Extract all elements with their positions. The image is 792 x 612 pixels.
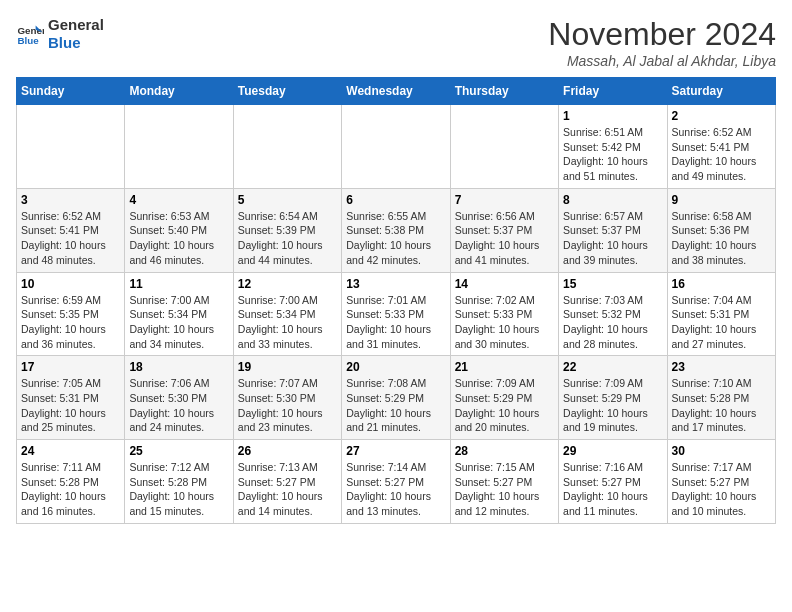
- header-friday: Friday: [559, 78, 667, 105]
- day-number: 25: [129, 444, 228, 458]
- day-number: 11: [129, 277, 228, 291]
- day-number: 15: [563, 277, 662, 291]
- calendar-cell: 26Sunrise: 7:13 AM Sunset: 5:27 PM Dayli…: [233, 440, 341, 524]
- day-info: Sunrise: 7:04 AM Sunset: 5:31 PM Dayligh…: [672, 293, 771, 352]
- calendar-cell: 1Sunrise: 6:51 AM Sunset: 5:42 PM Daylig…: [559, 105, 667, 189]
- calendar-cell: 21Sunrise: 7:09 AM Sunset: 5:29 PM Dayli…: [450, 356, 558, 440]
- day-info: Sunrise: 7:11 AM Sunset: 5:28 PM Dayligh…: [21, 460, 120, 519]
- day-number: 13: [346, 277, 445, 291]
- day-number: 30: [672, 444, 771, 458]
- calendar-cell: [233, 105, 341, 189]
- calendar-cell: 22Sunrise: 7:09 AM Sunset: 5:29 PM Dayli…: [559, 356, 667, 440]
- day-info: Sunrise: 7:17 AM Sunset: 5:27 PM Dayligh…: [672, 460, 771, 519]
- calendar-cell: 25Sunrise: 7:12 AM Sunset: 5:28 PM Dayli…: [125, 440, 233, 524]
- calendar-cell: 29Sunrise: 7:16 AM Sunset: 5:27 PM Dayli…: [559, 440, 667, 524]
- header-saturday: Saturday: [667, 78, 775, 105]
- calendar-cell: [125, 105, 233, 189]
- day-info: Sunrise: 7:03 AM Sunset: 5:32 PM Dayligh…: [563, 293, 662, 352]
- day-info: Sunrise: 7:10 AM Sunset: 5:28 PM Dayligh…: [672, 376, 771, 435]
- day-number: 27: [346, 444, 445, 458]
- day-number: 18: [129, 360, 228, 374]
- day-number: 29: [563, 444, 662, 458]
- day-info: Sunrise: 7:02 AM Sunset: 5:33 PM Dayligh…: [455, 293, 554, 352]
- calendar-cell: 4Sunrise: 6:53 AM Sunset: 5:40 PM Daylig…: [125, 188, 233, 272]
- day-info: Sunrise: 6:51 AM Sunset: 5:42 PM Dayligh…: [563, 125, 662, 184]
- calendar-cell: 24Sunrise: 7:11 AM Sunset: 5:28 PM Dayli…: [17, 440, 125, 524]
- day-info: Sunrise: 7:05 AM Sunset: 5:31 PM Dayligh…: [21, 376, 120, 435]
- calendar-cell: [342, 105, 450, 189]
- calendar-cell: 20Sunrise: 7:08 AM Sunset: 5:29 PM Dayli…: [342, 356, 450, 440]
- day-number: 8: [563, 193, 662, 207]
- day-info: Sunrise: 6:58 AM Sunset: 5:36 PM Dayligh…: [672, 209, 771, 268]
- day-number: 6: [346, 193, 445, 207]
- day-info: Sunrise: 6:52 AM Sunset: 5:41 PM Dayligh…: [672, 125, 771, 184]
- day-info: Sunrise: 7:14 AM Sunset: 5:27 PM Dayligh…: [346, 460, 445, 519]
- calendar-cell: 28Sunrise: 7:15 AM Sunset: 5:27 PM Dayli…: [450, 440, 558, 524]
- calendar-cell: 5Sunrise: 6:54 AM Sunset: 5:39 PM Daylig…: [233, 188, 341, 272]
- day-info: Sunrise: 7:07 AM Sunset: 5:30 PM Dayligh…: [238, 376, 337, 435]
- logo-blue: Blue: [48, 34, 104, 52]
- header-tuesday: Tuesday: [233, 78, 341, 105]
- calendar-cell: 12Sunrise: 7:00 AM Sunset: 5:34 PM Dayli…: [233, 272, 341, 356]
- day-info: Sunrise: 7:12 AM Sunset: 5:28 PM Dayligh…: [129, 460, 228, 519]
- day-info: Sunrise: 6:55 AM Sunset: 5:38 PM Dayligh…: [346, 209, 445, 268]
- day-info: Sunrise: 7:00 AM Sunset: 5:34 PM Dayligh…: [129, 293, 228, 352]
- calendar-cell: 15Sunrise: 7:03 AM Sunset: 5:32 PM Dayli…: [559, 272, 667, 356]
- svg-text:Blue: Blue: [17, 35, 39, 46]
- day-number: 1: [563, 109, 662, 123]
- day-number: 19: [238, 360, 337, 374]
- day-number: 4: [129, 193, 228, 207]
- calendar-cell: 27Sunrise: 7:14 AM Sunset: 5:27 PM Dayli…: [342, 440, 450, 524]
- calendar-cell: 8Sunrise: 6:57 AM Sunset: 5:37 PM Daylig…: [559, 188, 667, 272]
- header-thursday: Thursday: [450, 78, 558, 105]
- day-number: 16: [672, 277, 771, 291]
- calendar-cell: 9Sunrise: 6:58 AM Sunset: 5:36 PM Daylig…: [667, 188, 775, 272]
- day-number: 21: [455, 360, 554, 374]
- day-number: 10: [21, 277, 120, 291]
- logo-icon: General Blue: [16, 20, 44, 48]
- logo: General Blue General Blue: [16, 16, 104, 52]
- day-info: Sunrise: 6:56 AM Sunset: 5:37 PM Dayligh…: [455, 209, 554, 268]
- day-number: 20: [346, 360, 445, 374]
- month-title: November 2024: [548, 16, 776, 53]
- day-info: Sunrise: 6:54 AM Sunset: 5:39 PM Dayligh…: [238, 209, 337, 268]
- day-info: Sunrise: 6:53 AM Sunset: 5:40 PM Dayligh…: [129, 209, 228, 268]
- calendar-cell: [450, 105, 558, 189]
- day-number: 2: [672, 109, 771, 123]
- calendar-cell: 23Sunrise: 7:10 AM Sunset: 5:28 PM Dayli…: [667, 356, 775, 440]
- calendar-cell: 17Sunrise: 7:05 AM Sunset: 5:31 PM Dayli…: [17, 356, 125, 440]
- day-number: 17: [21, 360, 120, 374]
- day-info: Sunrise: 7:01 AM Sunset: 5:33 PM Dayligh…: [346, 293, 445, 352]
- calendar-cell: 14Sunrise: 7:02 AM Sunset: 5:33 PM Dayli…: [450, 272, 558, 356]
- day-number: 22: [563, 360, 662, 374]
- day-info: Sunrise: 7:15 AM Sunset: 5:27 PM Dayligh…: [455, 460, 554, 519]
- header-wednesday: Wednesday: [342, 78, 450, 105]
- day-info: Sunrise: 6:52 AM Sunset: 5:41 PM Dayligh…: [21, 209, 120, 268]
- day-info: Sunrise: 6:57 AM Sunset: 5:37 PM Dayligh…: [563, 209, 662, 268]
- title-section: November 2024 Massah, Al Jabal al Akhdar…: [548, 16, 776, 69]
- day-number: 7: [455, 193, 554, 207]
- day-info: Sunrise: 7:09 AM Sunset: 5:29 PM Dayligh…: [563, 376, 662, 435]
- header-monday: Monday: [125, 78, 233, 105]
- day-number: 23: [672, 360, 771, 374]
- calendar-cell: 10Sunrise: 6:59 AM Sunset: 5:35 PM Dayli…: [17, 272, 125, 356]
- header-sunday: Sunday: [17, 78, 125, 105]
- day-number: 28: [455, 444, 554, 458]
- calendar-cell: 19Sunrise: 7:07 AM Sunset: 5:30 PM Dayli…: [233, 356, 341, 440]
- logo-general: General: [48, 16, 104, 34]
- calendar-cell: 16Sunrise: 7:04 AM Sunset: 5:31 PM Dayli…: [667, 272, 775, 356]
- calendar-cell: 13Sunrise: 7:01 AM Sunset: 5:33 PM Dayli…: [342, 272, 450, 356]
- calendar-table: Sunday Monday Tuesday Wednesday Thursday…: [16, 77, 776, 524]
- calendar-cell: 11Sunrise: 7:00 AM Sunset: 5:34 PM Dayli…: [125, 272, 233, 356]
- day-number: 12: [238, 277, 337, 291]
- day-number: 9: [672, 193, 771, 207]
- calendar-cell: 2Sunrise: 6:52 AM Sunset: 5:41 PM Daylig…: [667, 105, 775, 189]
- calendar-cell: 7Sunrise: 6:56 AM Sunset: 5:37 PM Daylig…: [450, 188, 558, 272]
- day-number: 3: [21, 193, 120, 207]
- calendar-cell: [17, 105, 125, 189]
- day-number: 14: [455, 277, 554, 291]
- day-info: Sunrise: 6:59 AM Sunset: 5:35 PM Dayligh…: [21, 293, 120, 352]
- day-number: 24: [21, 444, 120, 458]
- calendar-cell: 6Sunrise: 6:55 AM Sunset: 5:38 PM Daylig…: [342, 188, 450, 272]
- day-info: Sunrise: 7:09 AM Sunset: 5:29 PM Dayligh…: [455, 376, 554, 435]
